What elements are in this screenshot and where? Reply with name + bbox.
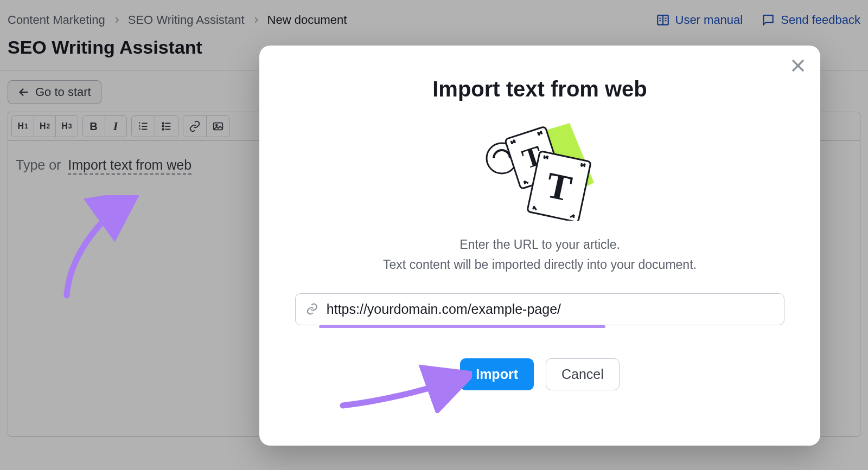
annotation-underline (319, 325, 605, 328)
close-icon (789, 56, 807, 75)
import-modal: Import text from web T (259, 46, 820, 446)
modal-description: Enter the URL to your article. Text cont… (278, 235, 802, 275)
close-button[interactable] (789, 56, 807, 77)
url-input-wrapper (295, 293, 784, 325)
modal-title: Import text from web (278, 77, 802, 101)
url-input[interactable] (327, 301, 774, 317)
cancel-button[interactable]: Cancel (546, 358, 620, 390)
import-button[interactable]: Import (460, 358, 534, 390)
link-icon (305, 302, 319, 316)
import-illustration: T T (278, 118, 802, 221)
